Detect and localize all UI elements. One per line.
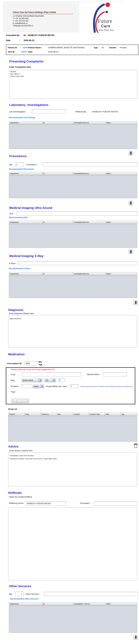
lab-col-id: ID [42,121,73,124]
procedures-table: Department ID Investigation/Service Stat… [9,172,137,198]
recommended-procedures-link[interactable]: Recommended Procedures [9,168,34,170]
lab-investigation-input[interactable] [32,110,66,114]
clear-uss-button[interactable] [128,249,133,254]
uss-list[interactable] [9,224,137,248]
way-meal-value: Before Meal [22,379,38,381]
referral-list[interactable] [8,508,137,580]
diagnosis-textarea[interactable]: Slight anaemia [8,315,137,348]
lab-testings-table: Department ID Investigation/Service Stat… [9,121,137,149]
referring-doctor-input[interactable] [26,501,66,506]
recommended-xray-link[interactable]: Recommended X-Rays [9,267,30,270]
xray-col-investigation: Investigation/Service [73,272,105,276]
xray-col-department: Department [9,272,42,276]
clear-procedures-button[interactable] [128,200,133,206]
future-care-logo: Future Care ♥ Body Mind Soul [90,2,120,33]
diagnosis-label: Enter Diagnosis Details Here [9,312,34,314]
other-col-department: Department [9,602,42,606]
duration-unit-dropdown[interactable]: Day/s [32,384,44,388]
recommended-other-services-link[interactable]: Recommended Other Services [10,598,38,600]
refresh-prescription-button[interactable] [38,361,42,366]
uss-col-status: Status [105,221,137,224]
recommended-uss-link[interactable]: Recommended USS [9,216,28,218]
chevron-down-icon [38,378,42,382]
fraction-note-text: Please add as decimal numbers when addin… [80,386,139,387]
laboratory-heading: Laboratory Investigations [9,103,48,107]
chevron-down-icon [52,378,56,382]
add-drug-button[interactable]: Add Drug [11,398,29,403]
clear-other-services-button[interactable] [134,635,138,640]
xray-list[interactable] [9,276,137,298]
complaints-label: Enter Complaints Here [9,66,31,68]
recommended-lab-testings-link[interactable]: Recommended Lab Testings [9,116,35,119]
company-phone2: T: +24 84 225 252 [13,20,28,22]
procedures-input[interactable] [42,162,138,166]
other-qty-input[interactable] [15,592,24,596]
lab-col-department: Department [9,121,42,124]
other-qty-label: Qty : [9,593,13,595]
clear-lab-button[interactable] [128,150,133,156]
consultant-input[interactable] [94,501,137,506]
drug-col-way: Way [57,413,73,416]
company-address-line: Le Chainter,Victoria,Mahe,Seychelles [13,15,44,17]
drug-list-label: Drug List [8,408,17,410]
consult-date-label: Date : [6,39,20,42]
patient-gender-value: Female [120,46,126,49]
way-meal-dropdown[interactable]: Before Meal [22,378,42,382]
drug-col-duration-type: Duration Type [89,413,105,416]
patient-gender-label: Gender : [109,46,118,49]
other-services-list[interactable] [9,606,137,633]
lab-testings-list[interactable] [9,124,137,149]
duration-input[interactable] [22,384,31,388]
advice-heading: Advice [8,445,18,448]
trash-outline-icon [134,443,138,448]
drug-input[interactable] [22,372,81,376]
xray-heading: Medical Imaging X-Ray [9,254,44,258]
other-services-input[interactable] [44,592,138,596]
total-label: Total : [11,391,19,393]
trash-recycle-icon [130,202,132,204]
procedures-list[interactable] [9,175,137,198]
company-number: Company No.8417652-2 [13,25,33,27]
per-meal-label: Drugs/Tablets per meal : [46,385,68,388]
logo-tagline: Body Mind Soul [98,29,114,31]
patient-name-label: Patient Name : [28,46,42,49]
referred-by-value: HANECKY FUENTE REYES [92,110,118,113]
special-notes-input[interactable] [104,372,127,376]
patient-name-value: SAMMIA MARIE JOSETTE BASTIENNE [48,46,84,49]
drug-list[interactable] [8,416,137,442]
lab-col-status: Status [105,121,137,124]
clear-xray-button[interactable] [134,300,138,305]
per-meal-input[interactable] [70,384,78,388]
lab-col-investigation: Investigation/Service [73,121,105,124]
way-label: Way : [11,379,19,382]
procedures-qty-input[interactable] [16,162,24,166]
proc-col-investigation: Investigation/Service [73,172,105,175]
plus-circle-icon [14,400,16,402]
trash-recycle-icon [130,250,132,253]
uss-col-department: Department [9,221,42,224]
procedures-label: Procedures : [26,164,38,166]
clear-advice-button[interactable] [134,443,138,448]
refresh-icon [38,361,42,366]
xray-input[interactable] [18,261,137,265]
visit-date-value: : 2024-06-10 [46,51,58,53]
way-frequency-dropdown[interactable]: OD [44,378,56,382]
uss-col-investigation: Investigation/Service [73,221,105,224]
drug-col-drug: Drug [24,413,41,416]
uss-heading: Medical Imaging Ultra Sound [9,206,52,210]
referrals-heading: Refferals [8,491,22,494]
proc-col-department: Department [9,172,42,175]
referral-select-label: Select the needed Refferal [9,496,32,498]
prescription-id-input[interactable] [25,361,38,366]
other-services-table: Department ID Investigation / Service St… [9,602,137,633]
uss-table: Department ID Investigation/Service Stat… [9,221,137,248]
logo-heart-icon: ♥ [104,26,105,28]
way-qty-input[interactable] [58,378,65,382]
uss-input[interactable] [16,212,137,216]
other-col-id: ID [42,602,73,606]
complaints-textarea[interactable]: Review FBC HB11.6 Urine 2 puss cells [9,70,137,98]
drug-col-id: Drug ID [8,413,24,416]
drug-col-duration: Duration [73,413,89,416]
medication-heading: Medication [8,352,25,356]
advice-textarea[interactable]: Ferroglobin 1 tab od for 30 days Potassi… [8,452,137,486]
